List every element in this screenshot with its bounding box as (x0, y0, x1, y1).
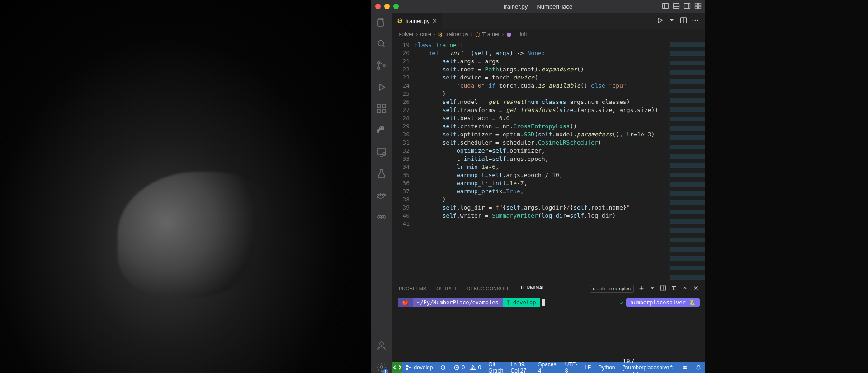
close-window-button[interactable] (375, 4, 381, 9)
tab-close-icon[interactable]: ✕ (432, 18, 437, 24)
code-line[interactable]: self.model = get_resnet(num_classes=args… (414, 98, 669, 106)
code-line[interactable]: self.args = args (414, 57, 669, 65)
code-line[interactable]: self.scheduler = scheduler.CosineLRSched… (414, 139, 669, 147)
extensions-icon[interactable] (376, 103, 387, 115)
kill-terminal-icon[interactable] (671, 285, 677, 292)
status-eol[interactable]: LF (581, 362, 594, 373)
status-check-icon: ✓ (620, 299, 626, 306)
more-actions-icon[interactable] (692, 17, 699, 25)
breadcrumb-seg[interactable]: __init__ (514, 31, 533, 37)
run-file-icon[interactable] (656, 17, 664, 25)
remote-indicator[interactable] (392, 362, 402, 373)
svg-rect-18 (382, 110, 386, 113)
status-language[interactable]: Python (594, 362, 618, 373)
code-line[interactable]: self.criterion = nn.CrossEntropyLoss() (414, 122, 669, 131)
code-line[interactable]: "cuda:0" if torch.cuda.is_available() el… (414, 82, 669, 90)
terminal[interactable]: 🍎 ~/Py/NumberPlace/examples ᛘ develop ✓ … (392, 296, 705, 362)
explorer-icon[interactable] (376, 16, 387, 28)
layout-sidebar-right-icon[interactable] (684, 2, 691, 11)
status-problems[interactable]: 0 0 (450, 362, 485, 373)
terminal-shell-label[interactable]: ▸ zsh - examples (590, 285, 634, 293)
code-line[interactable]: warmup_prefix=True, (414, 187, 669, 196)
remote-explorer-icon[interactable] (376, 146, 387, 158)
prompt-path: ~/Py/NumberPlace/examples (413, 298, 503, 307)
run-dropdown-icon[interactable] (668, 17, 675, 25)
status-gitgraph[interactable]: Git Graph (485, 362, 507, 373)
code-line[interactable]: self.root = Path(args.root).expanduser() (414, 65, 669, 74)
maximize-window-button[interactable] (393, 4, 399, 9)
svg-point-38 (695, 19, 696, 21)
python-env-icon[interactable] (376, 125, 387, 136)
status-cursor-position[interactable]: Ln 39, Col 27 (507, 362, 535, 373)
breadcrumb-seg[interactable]: Trainer (482, 31, 500, 37)
svg-point-46 (407, 365, 408, 367)
class-symbol-icon: ⬡ (475, 31, 480, 38)
panel-tab-terminal[interactable]: TERMINAL (520, 285, 545, 292)
close-panel-icon[interactable] (693, 285, 699, 292)
split-editor-icon[interactable] (680, 17, 687, 25)
code-editor[interactable]: class Trainer: def __init__(self, args) … (414, 40, 669, 281)
status-encoding[interactable]: UTF-8 (561, 362, 581, 373)
copilot-icon[interactable] (376, 211, 387, 223)
status-notifications-icon[interactable] (692, 362, 705, 373)
tab-trainer-py[interactable]: ⚙ trainer.py ✕ (392, 13, 442, 29)
breadcrumb-seg[interactable]: trainer.py (445, 31, 468, 37)
prompt-host-icon: 🍎 (398, 298, 413, 307)
code-line[interactable]: warmup_t=self.args.epoch / 10, (414, 171, 669, 179)
source-control-icon[interactable] (376, 60, 387, 71)
code-line[interactable]: t_initial=self.args.epoch, (414, 155, 669, 163)
panel-tab-output[interactable]: OUTPUT (436, 286, 457, 291)
minimize-window-button[interactable] (384, 4, 390, 9)
customize-layout-icon[interactable] (694, 2, 702, 11)
code-line[interactable]: warmup_lr_init=1e-7, (414, 179, 669, 187)
split-terminal-icon[interactable] (660, 285, 666, 292)
status-indentation[interactable]: Spaces: 4 (534, 362, 561, 373)
breadcrumb-seg[interactable]: solver (399, 31, 414, 37)
svg-rect-17 (377, 110, 381, 113)
run-debug-icon[interactable] (376, 81, 387, 93)
new-terminal-icon[interactable] (638, 285, 645, 292)
code-line[interactable]: self.device = torch.device( (414, 74, 669, 82)
status-sync[interactable] (436, 362, 450, 373)
code-line[interactable]: optimizer=self.optimizer, (414, 147, 669, 155)
code-line[interactable]: self.writer = SummaryWriter(log_dir=self… (414, 212, 669, 220)
code-line[interactable]: lr_min=1e-6, (414, 163, 669, 171)
status-copilot-icon[interactable] (678, 362, 692, 373)
code-line[interactable]: self.optimizer = optim.SGD(self.model.pa… (414, 131, 669, 139)
terminal-dropdown-icon[interactable] (649, 285, 656, 292)
tab-filename: trainer.py (406, 18, 429, 24)
status-interpreter[interactable]: 3.9.7 ('numberplacesolver': conda) (619, 362, 678, 373)
testing-icon[interactable] (376, 168, 387, 180)
docker-icon[interactable] (376, 190, 387, 201)
code-line[interactable]: def __init__(self, args) -> None: (414, 49, 669, 57)
settings-gear-icon[interactable] (376, 361, 387, 373)
accounts-icon[interactable] (376, 340, 387, 351)
code-line[interactable]: self.log_dir = f"{self.args.logdir}/{sel… (414, 204, 669, 212)
prompt-branch: ᛘ develop (503, 298, 540, 307)
svg-rect-8 (695, 6, 698, 9)
search-icon[interactable] (376, 38, 387, 50)
layout-sidebar-left-icon[interactable] (662, 2, 669, 11)
breadcrumb-seg[interactable]: core (420, 31, 431, 37)
maximize-panel-icon[interactable] (682, 285, 688, 292)
code-line[interactable]: self.transforms = get_transforms(size=(a… (414, 106, 669, 114)
status-branch[interactable]: develop (402, 362, 436, 373)
layout-panel-icon[interactable] (673, 2, 680, 11)
titlebar: trainer.py — NumberPlace (371, 0, 705, 13)
svg-point-33 (380, 366, 383, 368)
svg-rect-4 (684, 3, 690, 8)
code-line[interactable]: ) (414, 196, 669, 204)
breadcrumbs[interactable]: solver› core› ⚙ trainer.py› ⬡ Trainer› ⬢… (392, 29, 705, 40)
panel-tab-debug-console[interactable]: DEBUG CONSOLE (467, 286, 510, 291)
code-line[interactable]: ) (414, 90, 669, 98)
panel-tab-problems[interactable]: PROBLEMS (399, 286, 426, 291)
method-symbol-icon: ⬢ (506, 31, 511, 38)
svg-marker-34 (658, 18, 662, 23)
python-file-icon: ⚙ (397, 17, 403, 25)
svg-rect-6 (695, 3, 698, 5)
svg-point-14 (383, 65, 385, 66)
code-line[interactable]: class Trainer: (414, 41, 669, 49)
code-line[interactable]: self.best_acc = 0.0 (414, 114, 669, 122)
svg-rect-2 (674, 3, 679, 8)
minimap[interactable] (669, 40, 705, 281)
